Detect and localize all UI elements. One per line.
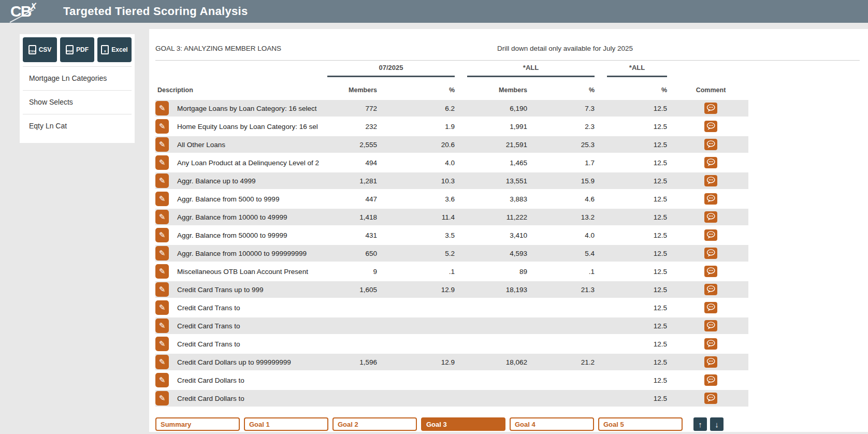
goal-tab-label: Summary [161,421,191,428]
comment-icon[interactable] [704,193,717,205]
goal-tab[interactable]: Goal 4 [510,417,594,431]
comment-icon[interactable] [704,284,717,295]
pct-3-cell: 12.5 [601,118,673,136]
sidebar-menu-item[interactable]: Show Selects [23,90,132,114]
edit-pencil-icon[interactable]: ✎ [155,210,169,224]
table-row: ✎ Miscellaneous OTB Loan Account Present… [155,263,748,281]
pct-1-cell: 20.6 [383,136,461,154]
comment-icon[interactable] [704,157,717,168]
export-button[interactable]: CSV CSV [23,37,57,62]
edit-pencil-icon[interactable]: ✎ [155,355,169,369]
members-2-cell [461,336,533,354]
edit-cell: ✎ [155,227,174,245]
edit-cell: ✎ [155,354,174,372]
goal-tab[interactable]: Summary [155,417,240,431]
members-1-cell: 650 [321,245,383,263]
edit-pencil-icon[interactable]: ✎ [155,155,169,170]
goal-section-title: GOAL 3: ANALYZING MEMBER LOANS [155,45,281,53]
members-1-cell: 772 [321,100,383,118]
edit-pencil-icon[interactable]: ✎ [155,319,169,333]
description-cell: Aggr. Balance from 10000 to 49999 [174,209,321,227]
members-1-cell: 9 [321,263,383,281]
edit-pencil-icon[interactable]: ✎ [155,300,169,315]
scroll-up-button[interactable]: ↑ [693,417,707,431]
comment-icon[interactable] [704,338,717,350]
members-2-cell [461,299,533,317]
members-1-cell: 1,596 [321,354,383,372]
pct-3-cell: 12.5 [601,227,673,245]
table-row: ✎ Credit Card Trans to 12.5 [155,317,748,336]
edit-pencil-icon[interactable]: ✎ [155,101,169,115]
comment-icon[interactable] [704,139,717,150]
comment-icon[interactable] [704,356,717,368]
pct-2-cell: 5.4 [533,245,601,263]
description-cell: Home Equity Loans by Loan Category: 16 s… [174,118,321,136]
description-cell: All Other Loans [174,136,321,154]
sidebar-menu-item[interactable]: Mortgage Ln Categories [23,66,132,90]
description-cell: Credit Card Trans to [174,336,321,354]
comment-icon[interactable] [704,211,717,223]
comment-icon[interactable] [704,175,717,186]
comment-icon[interactable] [704,374,717,386]
pct-2-cell: 21.3 [533,281,601,299]
members-2-cell: 1,465 [461,154,533,172]
goal-tab-label: Goal 1 [249,421,270,428]
comment-icon[interactable] [704,103,717,114]
sidebar-menu-item[interactable]: Eqty Ln Cat [23,114,132,138]
edit-cell: ✎ [155,390,174,408]
edit-pencil-icon[interactable]: ✎ [155,228,169,242]
comment-icon[interactable] [704,302,717,313]
comment-cell [673,263,748,281]
pct-2-cell: 2.3 [533,118,601,136]
edit-pencil-icon[interactable]: ✎ [155,282,169,297]
comment-cell [673,118,748,136]
comment-icon[interactable] [704,229,717,241]
comment-icon[interactable] [704,320,717,331]
goal-tab[interactable]: Goal 2 [332,417,417,431]
comment-cell [673,354,748,372]
goal-tab[interactable]: Goal 3 [421,417,505,431]
members-1-cell [321,299,383,317]
export-button[interactable]: PDF PDF [60,37,94,62]
edit-pencil-icon[interactable]: ✎ [155,373,169,387]
goal-tab-label: Goal 4 [515,421,536,428]
edit-pencil-icon[interactable]: ✎ [155,192,169,206]
comment-cell [673,172,748,191]
comment-icon[interactable] [704,266,717,277]
pct-3-cell: 12.5 [601,372,673,390]
scroll-down-button[interactable]: ↓ [710,417,724,431]
comment-icon[interactable] [704,248,717,259]
table-row: ✎ Home Equity Loans by Loan Category: 16… [155,118,748,136]
export-button[interactable]: X Excel [97,37,132,62]
description-cell: Aggr. Balance from 5000 to 9999 [174,191,321,209]
export-button-row: CSV CSV PDF PDF X Excel [23,37,132,62]
group-all-2: *ALL [601,61,673,77]
edit-pencil-icon[interactable]: ✎ [155,119,169,134]
comment-cell [673,100,748,118]
sidebar-menu-item-label: Show Selects [29,98,73,106]
goal-tab[interactable]: Goal 1 [244,417,328,431]
members-2-cell: 1,991 [461,118,533,136]
edit-pencil-icon[interactable]: ✎ [155,246,169,261]
group-period-label: 07/2025 [327,61,455,77]
comment-icon[interactable] [704,393,717,404]
description-cell: Credit Card Trans to [174,299,321,317]
comment-icon[interactable] [704,121,717,132]
goal-tab[interactable]: Goal 5 [598,417,683,431]
edit-pencil-icon[interactable]: ✎ [155,264,169,279]
comment-cell [673,336,748,354]
pct-2-cell [533,390,601,408]
column-group-row: 07/2025 *ALL *ALL [155,61,748,77]
members-2-cell: 6,190 [461,100,533,118]
col-header-comment: Comment [673,77,748,100]
pct-1-cell: 1.9 [383,118,461,136]
pct-2-cell [533,299,601,317]
edit-pencil-icon[interactable]: ✎ [155,137,169,152]
description-cell: Credit Card Trans to [174,317,321,336]
edit-pencil-icon[interactable]: ✎ [155,337,169,351]
page-title: Targeted Tiered Scoring Analysis [63,5,248,18]
table-row: ✎ Aggr. Balance from 100000 to 999999999… [155,245,748,263]
edit-pencil-icon[interactable]: ✎ [155,391,169,406]
edit-pencil-icon[interactable]: ✎ [155,173,169,188]
drilldown-note: Drill down detail only available for Jul… [497,45,633,53]
